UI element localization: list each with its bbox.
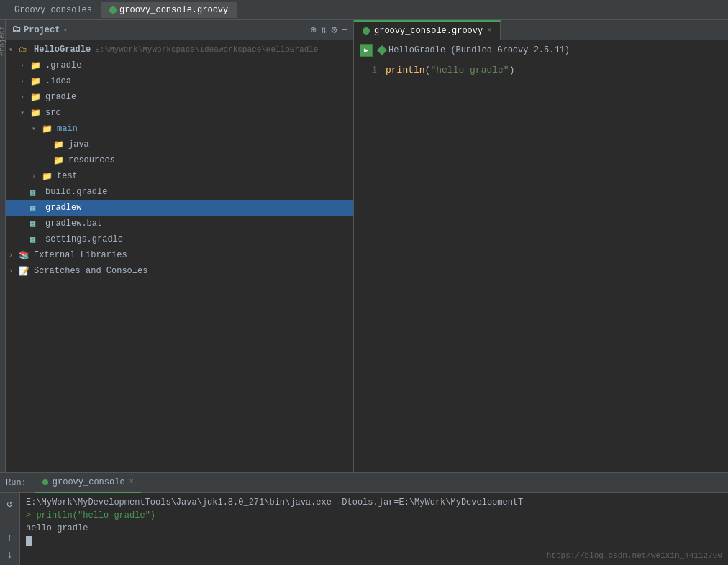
- code-content[interactable]: println("hello gradle"): [383, 63, 728, 469]
- project-panel: 🗂 Project ▾ ⊕ ⇅ ⚙ − ▾ 🗂 HelloGradle E:\M…: [6, 20, 354, 472]
- groovy-tab-dot: [363, 27, 370, 35]
- run-output: ↺ ↑ ↓ E:\MyWork\MyDevelopmentTools\Java\…: [0, 493, 728, 565]
- settings-icon[interactable]: ⚙: [331, 24, 337, 36]
- settings-gradle-name: settings.gradle: [45, 234, 123, 244]
- test-chevron: ›: [32, 173, 40, 180]
- run-tab-dot: [42, 479, 48, 485]
- println-method: println: [386, 65, 425, 75]
- string-literal: "hello gradle": [430, 65, 509, 75]
- test-name: test: [57, 171, 78, 181]
- code-editor[interactable]: 1 println("hello gradle"): [354, 60, 728, 472]
- tree-item-test[interactable]: › 📁 test: [6, 168, 353, 184]
- root-path: E:\MyWork\MyWorkspace\IdeaWorkspace\Hell…: [95, 45, 318, 54]
- groovy-file-tab-label: groovy_console.groovy: [119, 5, 228, 15]
- project-label: Project: [24, 25, 60, 35]
- run-button[interactable]: ▶: [360, 44, 373, 57]
- run-content: E:\MyWork\MyDevelopmentTools\Java\jdk1.8…: [20, 493, 728, 565]
- run-tab-groovy-console[interactable]: groovy_console ×: [35, 473, 141, 493]
- tree-item-gradlew-bat[interactable]: ▦ gradlew.bat: [6, 216, 353, 231]
- tree-item-build-gradle[interactable]: ▦ build.gradle: [6, 184, 353, 200]
- groovy-dot-icon: [109, 6, 117, 14]
- gradle-hidden-folder-icon: 📁: [30, 60, 42, 71]
- gradlew-icon: ▦: [30, 203, 42, 213]
- external-libs-icon: 📚: [19, 250, 30, 261]
- test-folder-icon: 📁: [42, 171, 53, 182]
- close-paren: ): [509, 65, 515, 75]
- tree-item-scratches[interactable]: › 📝 Scratches and Consoles: [6, 263, 353, 279]
- project-toolbar: 🗂 Project ▾ ⊕ ⇅ ⚙ −: [6, 20, 353, 40]
- tree-item-idea[interactable]: › 📁 .idea: [6, 73, 353, 89]
- gradlew-bat-name: gradlew.bat: [45, 219, 102, 229]
- minimize-icon[interactable]: −: [342, 24, 347, 36]
- gradlew-name: gradlew: [45, 203, 81, 213]
- main-name: main: [57, 124, 78, 134]
- gradle-folder-icon: 📁: [30, 92, 42, 103]
- tree-item-resources[interactable]: 📁 resources: [6, 152, 353, 168]
- groovy-run-label: HelloGradle (Bundled Groovy 2.5.11): [378, 45, 570, 55]
- settings-gradle-icon: ▦: [30, 234, 42, 245]
- src-chevron: ▾: [20, 109, 29, 117]
- folder-icon: 🗂: [12, 24, 21, 35]
- run-cursor-line: [26, 535, 722, 548]
- run-panel-label: Run:: [6, 478, 27, 488]
- tree-item-settings-gradle[interactable]: ▦ settings.gradle: [6, 231, 353, 247]
- tree-item-external-libs[interactable]: › 📚 External Libraries: [6, 247, 353, 263]
- side-strip: Project: [0, 20, 6, 472]
- tree-item-gradle-hidden[interactable]: › 📁 .gradle: [6, 58, 353, 73]
- project-chevron: ▾: [63, 25, 68, 35]
- resources-folder-icon: 📁: [53, 155, 65, 166]
- run-code-echo: > println("hello gradle"): [26, 509, 722, 522]
- run-output-text: hello gradle: [26, 522, 722, 535]
- src-name: src: [45, 108, 61, 118]
- run-panel: Run: groovy_console × ↺ ↑ ↓ E:\MyWork\My…: [0, 472, 728, 565]
- gradle-chevron: ›: [20, 93, 29, 101]
- editor-area: groovy_console.groovy × ▶ HelloGradle (B…: [354, 20, 728, 472]
- root-name: HelloGradle: [34, 45, 91, 55]
- title-tab-groovy-console-file[interactable]: groovy_console.groovy: [101, 2, 237, 18]
- idea-name: .idea: [45, 76, 71, 86]
- run-scroll-down-icon[interactable]: ↓: [3, 548, 17, 562]
- line-number-1: 1: [354, 63, 377, 78]
- title-tabs: Groovy consoles groovy_console.groovy: [6, 2, 237, 18]
- java-folder-icon: 📁: [53, 139, 65, 150]
- configure-icon[interactable]: ⇅: [321, 24, 327, 36]
- side-strip-project-label: Project: [0, 26, 6, 56]
- groovy-consoles-label: Groovy consoles: [14, 5, 92, 15]
- editor-tab-groovy[interactable]: groovy_console.groovy ×: [354, 20, 501, 40]
- src-folder-icon: 📁: [30, 108, 42, 119]
- run-restart-icon[interactable]: ↺: [3, 496, 17, 510]
- root-chevron: ▾: [9, 45, 17, 54]
- add-icon[interactable]: ⊕: [310, 24, 316, 36]
- root-folder-icon: 🗂: [19, 45, 30, 55]
- tree-item-src[interactable]: ▾ 📁 src: [6, 105, 353, 121]
- groovy-tab-close[interactable]: ×: [487, 27, 491, 35]
- gradle-hidden-chevron: ›: [20, 62, 29, 70]
- tree-item-root[interactable]: ▾ 🗂 HelloGradle E:\MyWork\MyWorkspace\Id…: [6, 42, 353, 58]
- groovy-run-text: HelloGradle (Bundled Groovy 2.5.11): [388, 45, 570, 55]
- run-sidebar: ↺ ↑ ↓: [0, 493, 20, 565]
- gradlew-bat-icon: ▦: [30, 219, 42, 229]
- external-libs-name: External Libraries: [34, 250, 127, 260]
- toolbar-icons: ⊕ ⇅ ⚙ −: [310, 24, 347, 36]
- title-tab-groovy-consoles[interactable]: Groovy consoles: [6, 2, 101, 18]
- main-folder-icon: 📁: [42, 124, 53, 134]
- code-line-1: println("hello gradle"): [386, 63, 728, 78]
- run-scroll-up-icon[interactable]: ↑: [3, 530, 17, 545]
- tree-item-main[interactable]: ▾ 📁 main: [6, 121, 353, 137]
- groovy-diamond-icon: [377, 45, 387, 55]
- url-hint: https://blog.csdn.net/weixin_44112790: [547, 549, 722, 562]
- run-tab-close[interactable]: ×: [129, 478, 134, 486]
- build-gradle-icon: ▦: [30, 187, 42, 198]
- gradle-name: gradle: [45, 92, 76, 102]
- build-gradle-name: build.gradle: [45, 187, 107, 197]
- editor-tabs: groovy_console.groovy ×: [354, 20, 728, 40]
- main-layout: Project 🗂 Project ▾ ⊕ ⇅ ⚙ − ▾ 🗂 HelloGra…: [0, 20, 728, 472]
- external-libs-chevron: ›: [9, 252, 17, 259]
- run-command-line: E:\MyWork\MyDevelopmentTools\Java\jdk1.8…: [26, 496, 722, 509]
- tree-item-java[interactable]: 📁 java: [6, 137, 353, 152]
- file-tree: ▾ 🗂 HelloGradle E:\MyWork\MyWorkspace\Id…: [6, 40, 353, 472]
- run-tab-label: groovy_console: [53, 477, 125, 487]
- tree-item-gradlew[interactable]: ▦ gradlew: [6, 200, 353, 216]
- resources-name: resources: [68, 155, 115, 165]
- tree-item-gradle[interactable]: › 📁 gradle: [6, 89, 353, 105]
